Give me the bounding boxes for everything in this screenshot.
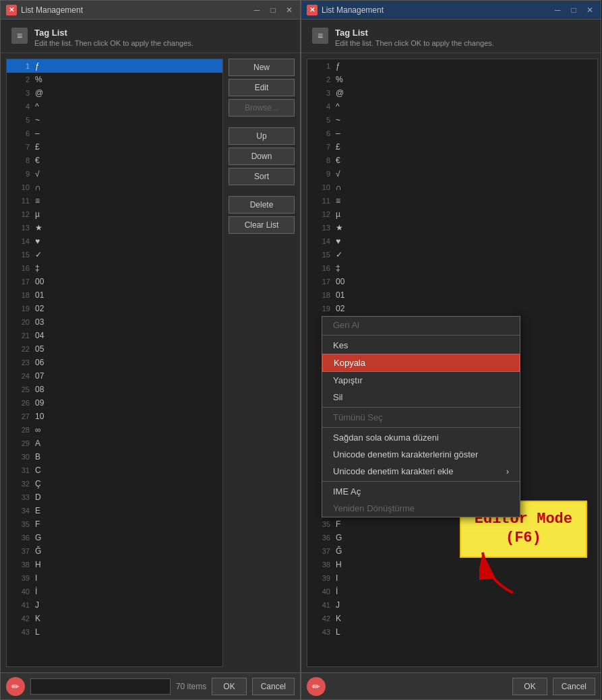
list-item[interactable]: 38H <box>307 558 597 571</box>
list-item[interactable]: 2710 <box>7 410 222 423</box>
list-item[interactable]: 11≡ <box>307 194 597 208</box>
list-item[interactable]: 2306 <box>7 356 222 369</box>
left-search-input[interactable] <box>30 678 171 695</box>
list-item[interactable]: 12µ <box>7 208 222 221</box>
list-item[interactable]: 5~ <box>7 113 222 127</box>
list-item[interactable]: 29A <box>7 437 222 450</box>
list-item[interactable]: 15✓ <box>307 248 597 261</box>
list-item[interactable]: 41J <box>307 598 597 612</box>
list-item[interactable]: 2104 <box>7 329 222 342</box>
list-item[interactable]: 9√ <box>307 167 597 181</box>
list-item[interactable]: 8€ <box>307 154 597 167</box>
right-minimize-button[interactable]: ─ <box>552 5 563 15</box>
list-item[interactable]: 2% <box>307 73 597 86</box>
list-item[interactable]: 38H <box>7 558 222 571</box>
line-number: 12 <box>311 210 330 218</box>
context-menu-item[interactable]: Unicode denetim karakterlerini göster <box>322 446 520 463</box>
list-item[interactable]: 10∩ <box>307 181 597 194</box>
list-item[interactable]: 1801 <box>307 288 597 302</box>
list-item[interactable]: 33D <box>7 490 222 504</box>
browse-button[interactable]: Browse... <box>229 99 295 117</box>
right-maximize-button[interactable]: □ <box>568 5 579 15</box>
list-item[interactable]: 1700 <box>307 275 597 288</box>
list-item[interactable]: 13★ <box>7 221 222 234</box>
list-item[interactable]: 15✓ <box>7 248 222 261</box>
list-item[interactable]: 6– <box>7 127 222 140</box>
list-item[interactable]: 1ƒ <box>307 59 597 73</box>
list-item[interactable]: 2407 <box>7 369 222 383</box>
list-item[interactable]: 43L <box>307 625 597 639</box>
list-item[interactable]: 36G <box>7 531 222 544</box>
list-item[interactable]: 1ƒ <box>7 59 222 73</box>
context-menu-item[interactable]: Yapıştır <box>322 372 520 389</box>
list-item[interactable]: 4^ <box>7 100 222 113</box>
list-item[interactable]: 40İ <box>307 585 597 598</box>
context-menu-item[interactable]: Unicode denetim karakteri ekle <box>322 463 520 480</box>
list-item[interactable]: 30B <box>7 450 222 464</box>
left-edit-icon-button[interactable]: ✏ <box>6 677 25 696</box>
list-item[interactable]: 37Ğ <box>7 544 222 558</box>
list-item[interactable]: 10∩ <box>7 181 222 194</box>
right-ok-button[interactable]: OK <box>512 678 547 695</box>
list-item[interactable]: 2609 <box>7 396 222 410</box>
list-item[interactable]: 5~ <box>307 113 597 127</box>
list-item[interactable]: 42K <box>307 612 597 625</box>
list-item[interactable]: 2% <box>7 73 222 86</box>
list-item[interactable]: 4^ <box>307 100 597 113</box>
list-item[interactable]: 2003 <box>7 315 222 329</box>
list-item[interactable]: 7£ <box>7 140 222 154</box>
left-minimize-button[interactable]: ─ <box>251 5 262 15</box>
list-item[interactable]: 16‡ <box>7 261 222 275</box>
left-cancel-button[interactable]: Cancel <box>252 678 295 695</box>
context-menu-item[interactable]: Sağdan sola okuma düzeni <box>322 429 520 446</box>
list-item[interactable]: 9√ <box>7 167 222 181</box>
left-maximize-button[interactable]: □ <box>268 5 278 15</box>
list-item[interactable]: 8€ <box>7 154 222 167</box>
list-item[interactable]: 13★ <box>307 221 597 234</box>
new-button[interactable]: New <box>229 59 295 76</box>
list-item[interactable]: 7£ <box>307 140 597 154</box>
list-item[interactable]: 14♥ <box>7 234 222 248</box>
list-item[interactable]: 6– <box>307 127 597 140</box>
list-item[interactable]: 39I <box>307 571 597 585</box>
list-item[interactable]: 40İ <box>7 585 222 598</box>
list-item[interactable]: 16‡ <box>307 261 597 275</box>
right-cancel-button[interactable]: Cancel <box>553 678 595 695</box>
context-menu-item[interactable]: Kes <box>322 337 520 354</box>
list-item[interactable]: 12µ <box>307 208 597 221</box>
list-item[interactable]: 31C <box>7 464 222 477</box>
edit-button[interactable]: Edit <box>229 79 295 96</box>
sort-button[interactable]: Sort <box>229 168 295 185</box>
list-item[interactable]: 1801 <box>7 288 222 302</box>
list-item[interactable]: 2205 <box>7 342 222 356</box>
list-item[interactable]: 1902 <box>307 302 597 315</box>
delete-button[interactable]: Delete <box>229 196 295 214</box>
list-item[interactable]: 1902 <box>7 302 222 315</box>
list-item[interactable]: 2508 <box>7 383 222 396</box>
clear-list-button[interactable]: Clear List <box>229 216 295 234</box>
list-item[interactable]: 34E <box>7 504 222 517</box>
right-edit-icon-button[interactable]: ✏ <box>307 677 326 696</box>
list-item[interactable]: 39I <box>7 571 222 585</box>
right-close-button[interactable]: ✕ <box>584 5 595 15</box>
list-item[interactable]: 14♥ <box>307 234 597 248</box>
list-item[interactable]: 43L <box>7 625 222 639</box>
list-item[interactable]: 41J <box>7 598 222 612</box>
list-item[interactable]: 3@ <box>307 86 597 100</box>
up-button[interactable]: Up <box>229 127 295 145</box>
list-item[interactable]: 3@ <box>7 86 222 100</box>
list-item[interactable]: 35F <box>7 517 222 531</box>
line-number: 1 <box>311 62 330 70</box>
down-button[interactable]: Down <box>229 148 295 165</box>
list-item[interactable]: 42K <box>7 612 222 625</box>
context-menu-item[interactable]: Sil <box>322 389 520 406</box>
left-close-button[interactable]: ✕ <box>284 5 295 15</box>
left-list-panel[interactable]: 1ƒ2%3@4^5~6–7£8€9√10∩11≡12µ13★14♥15✓16‡1… <box>6 59 223 667</box>
context-menu-item[interactable]: Kopyala <box>322 354 520 372</box>
list-item[interactable]: 1700 <box>7 275 222 288</box>
context-menu-item[interactable]: IME Aç <box>322 483 520 500</box>
list-item[interactable]: 32Ç <box>7 477 222 490</box>
left-ok-button[interactable]: OK <box>212 678 246 695</box>
list-item[interactable]: 11≡ <box>7 194 222 208</box>
list-item[interactable]: 28∞ <box>7 423 222 437</box>
